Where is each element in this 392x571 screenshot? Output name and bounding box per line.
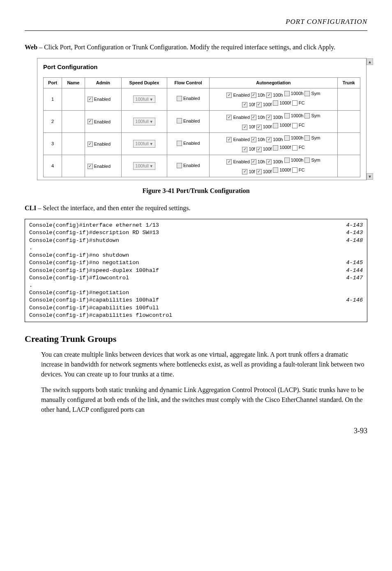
checkbox-icon[interactable] bbox=[177, 163, 182, 168]
speed-select[interactable]: 100full▼ bbox=[133, 140, 155, 148]
trunk-cell bbox=[337, 88, 360, 110]
speed-select[interactable]: 100full▼ bbox=[133, 118, 155, 125]
auton-cell: ✓ Enabled ✓ 10h ✓ 100h 1000h Sym✓ 10f ✓ … bbox=[210, 132, 337, 155]
code-line: Console(config-if)#capabilities 100full bbox=[29, 304, 363, 312]
checkbox-icon[interactable]: ✓ bbox=[88, 97, 93, 102]
trunk-cell bbox=[337, 132, 360, 155]
port-num: 4 bbox=[44, 155, 62, 177]
checkbox-icon[interactable] bbox=[177, 96, 182, 101]
checkbox-icon[interactable] bbox=[284, 91, 290, 96]
page-number: 3-93 bbox=[25, 425, 367, 436]
checkbox-icon[interactable]: ✓ bbox=[256, 125, 262, 130]
code-line: Console(config)#interface ethernet 1/134… bbox=[29, 222, 363, 229]
checkbox-icon[interactable]: ✓ bbox=[88, 119, 93, 124]
checkbox-icon[interactable]: ✓ bbox=[242, 147, 247, 152]
enabled-label: Enabled bbox=[94, 141, 111, 148]
checkbox-icon[interactable] bbox=[304, 158, 310, 163]
cli-text: – Select the interface, and then enter t… bbox=[36, 204, 190, 211]
checkbox-icon[interactable]: ✓ bbox=[256, 147, 262, 152]
checkbox-icon[interactable] bbox=[273, 145, 278, 151]
checkbox-icon[interactable] bbox=[292, 145, 297, 151]
chevron-down-icon: ▼ bbox=[150, 164, 153, 169]
checkbox-icon[interactable] bbox=[292, 100, 297, 106]
checkbox-icon[interactable]: ✓ bbox=[242, 102, 247, 107]
name-cell[interactable] bbox=[62, 132, 85, 155]
checkbox-icon[interactable]: ✓ bbox=[226, 93, 232, 98]
flow-cell: Enabled bbox=[167, 88, 210, 110]
rule bbox=[25, 30, 367, 31]
checkbox-icon[interactable]: ✓ bbox=[88, 164, 93, 169]
table-row: 4✓ Enabled100full▼ Enabled✓ Enabled ✓ 10… bbox=[44, 155, 360, 177]
autoneg-options: ✓ Enabled ✓ 10h ✓ 100h 1000h Sym✓ 10f ✓ … bbox=[212, 135, 334, 153]
chevron-down-icon: ▼ bbox=[150, 119, 153, 125]
auton-cell: ✓ Enabled ✓ 10h ✓ 100h 1000h Sym✓ 10f ✓ … bbox=[210, 155, 337, 177]
col-auton: Autonegotiation bbox=[210, 78, 337, 88]
checkbox-icon[interactable]: ✓ bbox=[88, 142, 93, 147]
auton-cell: ✓ Enabled ✓ 10h ✓ 100h 1000h Sym✓ 10f ✓ … bbox=[210, 110, 337, 132]
code-line: . bbox=[29, 282, 363, 289]
checkbox-icon[interactable]: ✓ bbox=[242, 169, 247, 174]
checkbox-icon[interactable]: ✓ bbox=[226, 137, 232, 142]
scrollbar[interactable]: ▴ ▾ bbox=[367, 58, 373, 180]
col-speed: Speed Duplex bbox=[122, 78, 167, 88]
figure-caption: Figure 3-41 Port/Trunk Configuration bbox=[25, 186, 367, 196]
enabled-label: Enabled bbox=[94, 163, 111, 170]
admin-cell: ✓ Enabled bbox=[85, 132, 122, 155]
checkbox-icon[interactable]: ✓ bbox=[251, 115, 256, 120]
name-cell[interactable] bbox=[62, 155, 85, 177]
checkbox-icon[interactable]: ✓ bbox=[256, 102, 262, 107]
enabled-label: Enabled bbox=[183, 95, 200, 102]
checkbox-icon[interactable] bbox=[292, 123, 297, 128]
checkbox-icon[interactable] bbox=[304, 135, 310, 141]
auton-cell: ✓ Enabled ✓ 10h ✓ 100h 1000h Sym✓ 10f ✓ … bbox=[210, 88, 337, 110]
checkbox-icon[interactable] bbox=[292, 167, 297, 173]
name-cell[interactable] bbox=[62, 88, 85, 110]
scroll-up-icon[interactable]: ▴ bbox=[367, 58, 373, 65]
flow-cell: Enabled bbox=[167, 132, 210, 155]
checkbox-icon[interactable]: ✓ bbox=[242, 125, 247, 130]
table-row: 2✓ Enabled100full▼ Enabled✓ Enabled ✓ 10… bbox=[44, 110, 360, 132]
checkbox-icon[interactable] bbox=[273, 167, 278, 173]
checkbox-icon[interactable] bbox=[284, 113, 290, 118]
scroll-down-icon[interactable]: ▾ bbox=[367, 173, 373, 180]
code-line: Console(config-if)#no shutdown bbox=[29, 252, 363, 259]
web-label: Web bbox=[25, 44, 37, 51]
checkbox-icon[interactable] bbox=[304, 91, 310, 96]
checkbox-icon[interactable]: ✓ bbox=[266, 159, 272, 165]
checkbox-icon[interactable] bbox=[304, 113, 310, 118]
cli-paragraph: CLI – Select the interface, and then ent… bbox=[25, 203, 367, 213]
speed-select[interactable]: 100full▼ bbox=[133, 162, 155, 170]
admin-cell: ✓ Enabled bbox=[85, 110, 122, 132]
speed-select[interactable]: 100full▼ bbox=[133, 95, 155, 103]
code-line: Console(config-if)#capabilities 100half4… bbox=[29, 297, 363, 304]
checkbox-icon[interactable]: ✓ bbox=[266, 93, 272, 98]
port-config-window: ▴ ▾ Port Configuration Port Name Admin S… bbox=[37, 58, 367, 181]
checkbox-icon[interactable] bbox=[177, 141, 182, 146]
checkbox-icon[interactable]: ✓ bbox=[266, 137, 272, 142]
checkbox-icon[interactable] bbox=[284, 158, 290, 163]
window-title: Port Configuration bbox=[43, 63, 360, 72]
autoneg-options: ✓ Enabled ✓ 10h ✓ 100h 1000h Sym✓ 10f ✓ … bbox=[212, 90, 334, 109]
checkbox-icon[interactable]: ✓ bbox=[256, 169, 262, 174]
chevron-down-icon: ▼ bbox=[150, 97, 153, 103]
speed-cell: 100full▼ bbox=[122, 155, 167, 177]
port-config-table: Port Name Admin Speed Duplex Flow Contro… bbox=[43, 77, 360, 177]
checkbox-icon[interactable] bbox=[273, 100, 278, 106]
name-cell[interactable] bbox=[62, 110, 85, 132]
checkbox-icon[interactable]: ✓ bbox=[226, 159, 232, 165]
speed-cell: 100full▼ bbox=[122, 132, 167, 155]
enabled-label: Enabled bbox=[183, 162, 200, 169]
checkbox-icon[interactable] bbox=[284, 135, 290, 141]
checkbox-icon[interactable]: ✓ bbox=[251, 93, 256, 98]
checkbox-icon[interactable] bbox=[177, 118, 182, 123]
checkbox-icon[interactable]: ✓ bbox=[251, 159, 256, 165]
checkbox-icon[interactable]: ✓ bbox=[226, 115, 232, 120]
col-port: Port bbox=[44, 78, 62, 88]
checkbox-icon[interactable]: ✓ bbox=[266, 115, 272, 120]
checkbox-icon[interactable]: ✓ bbox=[251, 137, 256, 142]
screenshot-figure: ▴ ▾ Port Configuration Port Name Admin S… bbox=[25, 58, 367, 181]
port-num: 1 bbox=[44, 88, 62, 110]
section-body: You can create multiple links between de… bbox=[41, 350, 367, 415]
checkbox-icon[interactable] bbox=[273, 123, 278, 128]
autoneg-options: ✓ Enabled ✓ 10h ✓ 100h 1000h Sym✓ 10f ✓ … bbox=[212, 112, 334, 131]
